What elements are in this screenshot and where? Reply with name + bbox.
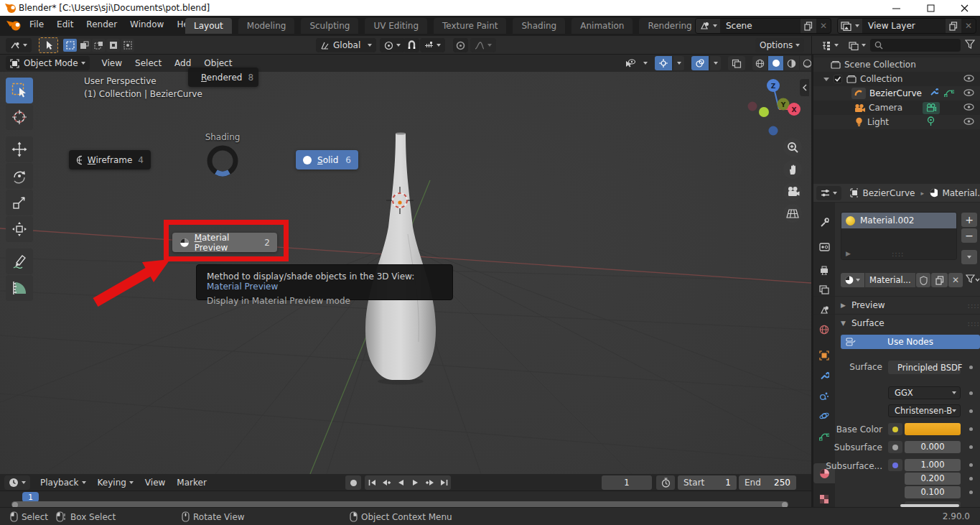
show-object-types-dropdown[interactable] xyxy=(620,56,639,70)
active-tool-button[interactable] xyxy=(39,37,58,53)
remove-material-slot-button[interactable]: − xyxy=(961,228,977,243)
tab-texture-paint[interactable]: Texture Paint xyxy=(434,18,506,34)
add-menu[interactable]: Add xyxy=(168,58,197,68)
zoom-button[interactable] xyxy=(783,138,802,157)
auto-keyframe-stopwatch-button[interactable] xyxy=(656,475,675,490)
radius-y-field[interactable]: 0.200 xyxy=(905,473,961,485)
tab-modeling[interactable]: Modeling xyxy=(238,18,295,34)
tab-sculpting[interactable]: Sculpting xyxy=(301,18,358,34)
preview-panel-header[interactable]: ▶Preview :::: xyxy=(841,297,980,313)
marker-menu[interactable]: Marker xyxy=(171,478,212,488)
decorator-dot[interactable] xyxy=(969,409,973,413)
xray-toggle[interactable] xyxy=(728,56,745,70)
tab-physics[interactable] xyxy=(813,406,835,426)
subsurface-radius-socket[interactable] xyxy=(888,459,902,471)
blender-logo-icon[interactable] xyxy=(6,20,23,34)
pie-option-wireframe[interactable]: Wireframe 4 xyxy=(69,150,151,169)
pie-option-rendered[interactable]: Rendered 8 xyxy=(188,68,258,87)
tab-texture[interactable] xyxy=(813,489,835,507)
record-button[interactable] xyxy=(345,475,361,490)
select-mode-extend[interactable] xyxy=(78,39,91,52)
play-reverse-button[interactable] xyxy=(393,475,408,490)
disclosure-triangle-icon[interactable] xyxy=(823,77,829,81)
material-specials-dropdown[interactable] xyxy=(961,250,977,264)
eye-icon[interactable] xyxy=(963,74,974,84)
shading-solid-button[interactable] xyxy=(768,56,783,70)
radius-z-field[interactable]: 0.100 xyxy=(905,486,961,498)
tool-transform[interactable] xyxy=(6,216,33,242)
unlink-scene-icon[interactable]: ✕ xyxy=(816,19,831,33)
search-input[interactable] xyxy=(886,41,951,50)
subsurface-value-field[interactable]: 0.000 xyxy=(905,441,961,453)
minimize-button[interactable] xyxy=(885,1,907,14)
keying-menu[interactable]: Keying xyxy=(92,478,139,488)
shading-material-preview-button[interactable] xyxy=(784,56,799,70)
gizmos-toggle[interactable] xyxy=(655,56,672,70)
tool-annotate[interactable] xyxy=(6,248,33,274)
breadcrumb-object[interactable]: BezierCurve xyxy=(862,188,915,198)
tab-tool[interactable] xyxy=(813,213,835,233)
outliner-display-mode-button[interactable] xyxy=(844,38,870,52)
playhead[interactable]: 1 xyxy=(22,492,39,502)
material-slot-row[interactable]: Material.002 xyxy=(841,213,956,228)
decorator-dot[interactable] xyxy=(969,366,973,369)
properties-editor-type-button[interactable] xyxy=(816,186,841,200)
menu-edit[interactable]: Edit xyxy=(50,17,80,32)
outliner-row-light[interactable]: Light xyxy=(813,115,980,129)
surface-panel-header[interactable]: ▼Surface :::: xyxy=(841,315,980,331)
tab-layout[interactable]: Layout xyxy=(185,18,232,34)
scene-name[interactable]: Scene xyxy=(720,21,801,31)
slot-list-expand-icon[interactable]: ▶ xyxy=(846,250,851,257)
outliner-row-collection[interactable]: Collection xyxy=(813,72,980,86)
proportional-falloff-dropdown[interactable] xyxy=(470,38,496,52)
select-mode-intersect[interactable] xyxy=(121,39,134,52)
select-mode-subtract[interactable] xyxy=(92,39,106,52)
start-frame-field[interactable]: Start 1 xyxy=(678,475,737,490)
ortho-toggle-button[interactable] xyxy=(783,204,802,223)
camera-data-icon[interactable] xyxy=(923,102,940,114)
checkbox-checked-icon[interactable] xyxy=(834,75,842,83)
current-frame-field[interactable]: 1 xyxy=(602,475,652,490)
outliner-search[interactable] xyxy=(870,39,961,52)
tool-select-box[interactable] xyxy=(6,78,33,103)
scene-selector[interactable]: Scene ✕ xyxy=(695,18,831,34)
distribution-dropdown[interactable]: GGX xyxy=(888,386,961,399)
close-button[interactable] xyxy=(953,1,975,14)
subsurface-socket[interactable] xyxy=(888,441,902,453)
fake-user-button[interactable] xyxy=(916,273,930,287)
new-material-button[interactable] xyxy=(931,273,948,287)
copy-view-layer-button[interactable] xyxy=(946,19,961,33)
jump-to-start-button[interactable] xyxy=(365,475,379,490)
eye-icon[interactable] xyxy=(963,88,974,98)
tool-rotate[interactable] xyxy=(6,163,33,189)
tab-uv-editing[interactable]: UV Editing xyxy=(365,18,427,34)
sidebar-collapse-arrow[interactable] xyxy=(800,79,809,96)
slot-list-grip[interactable]: :::: xyxy=(892,250,904,258)
timeline-editor-type-button[interactable] xyxy=(4,475,30,490)
decorator-dot[interactable] xyxy=(969,463,973,467)
base-color-swatch[interactable] xyxy=(905,423,961,435)
object-menu[interactable]: Object xyxy=(197,58,238,68)
copy-scene-button[interactable] xyxy=(801,19,816,33)
tab-animation[interactable]: Animation xyxy=(571,18,633,34)
outliner-filter-button[interactable] xyxy=(965,40,976,52)
view-menu-timeline[interactable]: View xyxy=(139,478,171,488)
options-dropdown[interactable]: Options xyxy=(755,38,804,52)
material-filter-dropdown[interactable] xyxy=(966,274,980,288)
pie-option-material-preview[interactable]: Material Preview 2 xyxy=(172,233,277,252)
maximize-button[interactable] xyxy=(920,1,941,14)
select-mode-invert[interactable] xyxy=(106,39,120,52)
view-layer-name[interactable]: View Layer xyxy=(862,21,946,31)
remove-view-layer-icon[interactable]: ✕ xyxy=(961,19,976,33)
subsurface-method-dropdown[interactable]: Christensen-Bur... xyxy=(888,404,961,417)
tab-render[interactable] xyxy=(813,237,835,257)
surface-shader-button[interactable]: Principled BSDF xyxy=(888,361,961,374)
radius-x-field[interactable]: 1.000 xyxy=(905,459,961,471)
3d-viewport[interactable]: Object Mode View Select Add Object xyxy=(0,55,811,474)
pivot-point-dropdown[interactable] xyxy=(380,38,405,52)
material-name-field[interactable]: Material... xyxy=(865,273,915,287)
use-nodes-button[interactable]: Use Nodes xyxy=(841,335,980,349)
overlays-toggle[interactable] xyxy=(691,56,709,70)
decorator-dot[interactable] xyxy=(969,427,973,431)
menu-render[interactable]: Render xyxy=(80,17,123,32)
